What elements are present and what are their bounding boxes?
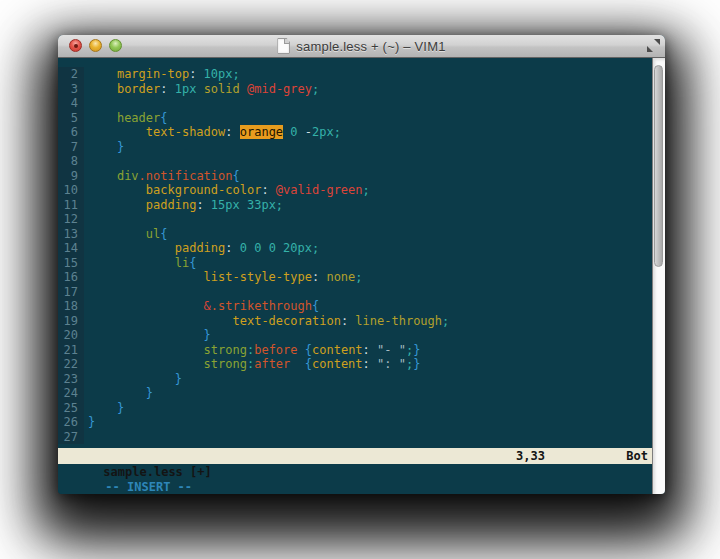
code-token: } — [175, 372, 182, 386]
line-number: 27 — [58, 430, 84, 445]
window-title: sample.less + (~) – VIM1 — [296, 39, 445, 54]
code-token: content — [312, 357, 363, 371]
window-titlebar[interactable]: sample.less + (~) – VIM1 — [58, 35, 665, 58]
traffic-lights — [69, 39, 122, 52]
code-token: { — [305, 343, 312, 357]
code-token: { — [233, 169, 240, 183]
code-line[interactable]: 12 — [58, 212, 652, 227]
code-token: & — [204, 299, 211, 313]
code-line[interactable]: 10 background-color: @valid-green; — [58, 183, 652, 198]
code-line-text — [84, 154, 652, 169]
code-line-text: } — [84, 372, 652, 387]
code-line[interactable]: 21 strong:before {content: "- ";} — [58, 343, 652, 358]
code-token: @mid-grey — [247, 82, 312, 96]
code-token: after — [254, 357, 290, 371]
code-line-text — [84, 430, 652, 445]
code-line[interactable]: 4 — [58, 96, 652, 111]
code-line[interactable]: 5 header{ — [58, 111, 652, 126]
code-line[interactable]: 15 li{ — [58, 256, 652, 271]
code-token: } — [117, 140, 124, 154]
code-line-text: &.strikethrough{ — [84, 299, 652, 314]
line-number: 12 — [58, 212, 84, 227]
code-token: text-decoration — [233, 314, 341, 328]
line-number: 11 — [58, 198, 84, 213]
code-editor[interactable]: 2 margin-top: 10px;3 border: 1px solid @… — [58, 58, 652, 444]
code-token — [88, 314, 233, 328]
code-token — [88, 67, 117, 81]
code-line[interactable]: 2 margin-top: 10px; — [58, 67, 652, 82]
code-token: before — [254, 343, 297, 357]
code-token: ": " — [377, 357, 406, 371]
code-token: : — [196, 198, 210, 212]
code-line-text — [84, 96, 652, 111]
code-token: 0 — [290, 125, 297, 139]
code-line[interactable]: 9 div.notification{ — [58, 169, 652, 184]
line-number: 2 — [58, 67, 84, 82]
code-line-text: } — [84, 415, 652, 430]
code-line[interactable]: 22 strong:after {content: ": ";} — [58, 357, 652, 372]
line-number: 19 — [58, 314, 84, 329]
line-number: 4 — [58, 96, 84, 111]
code-token — [88, 227, 146, 241]
code-token: .notification — [139, 169, 233, 183]
line-number: 5 — [58, 111, 84, 126]
code-token: } — [413, 357, 420, 371]
code-line[interactable]: 19 text-decoration: line-through; — [58, 314, 652, 329]
fullscreen-icon[interactable] — [647, 39, 660, 52]
desktop-background: { "window": { "title": "sample.less + (~… — [0, 0, 720, 559]
code-line[interactable]: 6 text-shadow: orange 0 -2px; — [58, 125, 652, 140]
code-line-text — [84, 212, 652, 227]
code-line-text: ul{ — [84, 227, 652, 242]
code-line-text: background-color: @valid-green; — [84, 183, 652, 198]
code-token: header — [117, 111, 160, 125]
code-line[interactable]: 25 } — [58, 401, 652, 416]
code-token: border — [117, 82, 160, 96]
code-line[interactable]: 17 — [58, 285, 652, 300]
line-number: 13 — [58, 227, 84, 242]
code-line[interactable]: 13 ul{ — [58, 227, 652, 242]
code-line[interactable]: 3 border: 1px solid @mid-grey; — [58, 82, 652, 97]
line-number: 6 — [58, 125, 84, 140]
code-line[interactable]: 16 list-style-type: none; — [58, 270, 652, 285]
code-line-text: strong:before {content: "- ";} — [84, 343, 652, 358]
document-icon — [277, 38, 290, 54]
code-token — [88, 256, 175, 270]
code-line[interactable]: 7 } — [58, 140, 652, 155]
code-token: content — [312, 343, 363, 357]
code-line[interactable]: 26} — [58, 415, 652, 430]
code-line[interactable]: 23 } — [58, 372, 652, 387]
code-line[interactable]: 20 } — [58, 328, 652, 343]
code-token: @valid-green — [276, 183, 363, 197]
code-token — [88, 299, 204, 313]
code-line-text — [84, 285, 652, 300]
code-token: : — [363, 357, 377, 371]
code-line[interactable]: 11 padding: 15px 33px; — [58, 198, 652, 213]
scrollbar-thumb[interactable] — [654, 65, 663, 267]
vim-editor-area: 2 margin-top: 10px;3 border: 1px solid @… — [58, 58, 652, 494]
code-line-text: } — [84, 386, 652, 401]
code-token: ; — [312, 82, 319, 96]
title-container: sample.less + (~) – VIM1 — [58, 35, 665, 57]
scrollbar[interactable] — [652, 58, 665, 494]
code-token — [290, 357, 304, 371]
code-line[interactable]: 24 } — [58, 386, 652, 401]
code-line-text: strong:after {content: ": ";} — [84, 357, 652, 372]
code-line[interactable]: 27 — [58, 430, 652, 445]
minimize-button[interactable] — [89, 39, 102, 52]
code-token: { — [305, 357, 312, 371]
code-line[interactable]: 18 &.strikethrough{ — [58, 299, 652, 314]
code-token: ul — [146, 227, 160, 241]
code-line-text: text-decoration: line-through; — [84, 314, 652, 329]
close-button[interactable] — [69, 39, 82, 52]
code-token: margin-top — [117, 67, 189, 81]
code-line[interactable]: 14 padding: 0 0 0 20px; — [58, 241, 652, 256]
code-token: .strikethrough — [211, 299, 312, 313]
code-token: : — [189, 67, 203, 81]
line-number: 22 — [58, 357, 84, 372]
code-token — [88, 125, 146, 139]
mode-indicator: -- INSERT -- — [105, 480, 192, 494]
code-line[interactable]: 8 — [58, 154, 652, 169]
zoom-button[interactable] — [109, 39, 122, 52]
line-number: 7 — [58, 140, 84, 155]
code-token — [88, 343, 204, 357]
